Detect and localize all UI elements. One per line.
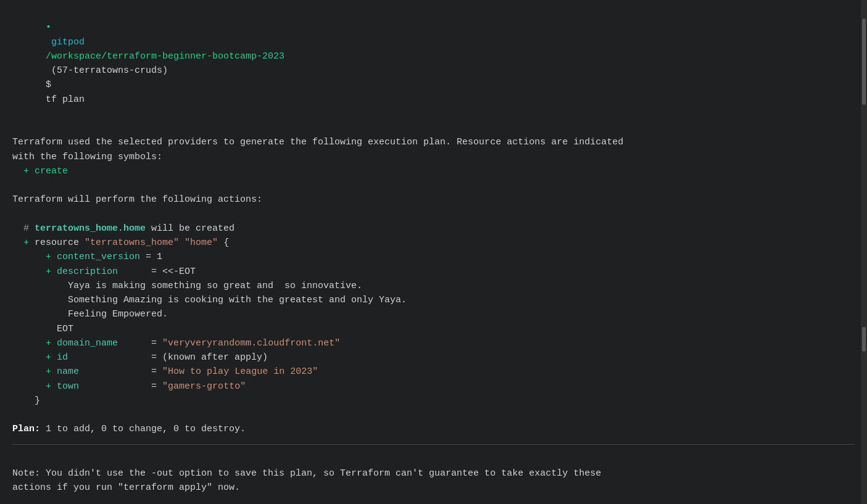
town-line: + town = "gamers-grotto" [12, 379, 855, 394]
blank-line-2 [12, 178, 855, 192]
note-line-1: Note: You didn't use the -out option to … [12, 466, 855, 481]
terraform-will-line: Terraform will perform the following act… [12, 192, 855, 207]
prompt-line-2: • gitpod /workspace/terraform-beginner-b… [12, 495, 855, 504]
branch-label: (57-terratowns-cruds) [46, 65, 173, 76]
prompt-symbol: $ [46, 80, 57, 90]
terminal-window: • gitpod /workspace/terraform-beginner-b… [0, 0, 867, 504]
resource-block-line: + resource "terratowns_home" "home" { [12, 236, 855, 250]
plan-summary-line: Plan: 1 to add, 0 to change, 0 to destro… [12, 422, 855, 436]
gitpod-label: gitpod [46, 37, 90, 48]
domain-name-line: + domain_name = "veryveryrandomm.cloudfr… [12, 336, 855, 350]
scrollbar[interactable] [861, 0, 867, 504]
blank-line-4 [12, 408, 855, 422]
divider [12, 444, 855, 445]
create-symbol-line: + create [12, 164, 855, 178]
workspace-path: /workspace/terraform-beginner-bootcamp-2… [46, 51, 284, 62]
terminal-content[interactable]: • gitpod /workspace/terraform-beginner-b… [0, 0, 867, 504]
eot-line: EOT [12, 322, 855, 336]
command-text: tf plan [46, 94, 85, 105]
scrollbar-thumb-bottom[interactable] [862, 327, 866, 352]
prompt-dot: • [46, 22, 51, 33]
id-line: + id = (known after apply) [12, 350, 855, 365]
blank-line-3 [12, 207, 855, 221]
terraform-info-line1: Terraform used the selected providers to… [12, 135, 855, 149]
description-line: + description = <<-EOT [12, 265, 855, 279]
desc-text-3: Feeling Empowered. [12, 307, 855, 321]
blank-line-5 [12, 452, 855, 466]
scrollbar-thumb-top[interactable] [862, 19, 866, 105]
prompt-line-1: • gitpod /workspace/terraform-beginner-b… [12, 6, 855, 121]
content-version-line: + content_version = 1 [12, 250, 855, 264]
note-line-2: actions if you run "terraform apply" now… [12, 481, 855, 495]
name-line: + name = "How to play League in 2023" [12, 365, 855, 379]
terraform-info-line2: with the following symbols: [12, 150, 855, 164]
resource-comment-line: # terratowns_home.home will be created [12, 221, 855, 236]
blank-line-1 [12, 121, 855, 135]
desc-text-1: Yaya is making something so great and so… [12, 279, 855, 293]
desc-text-2: Something Amazing is cooking with the gr… [12, 293, 855, 307]
close-brace-line: } [12, 394, 855, 408]
